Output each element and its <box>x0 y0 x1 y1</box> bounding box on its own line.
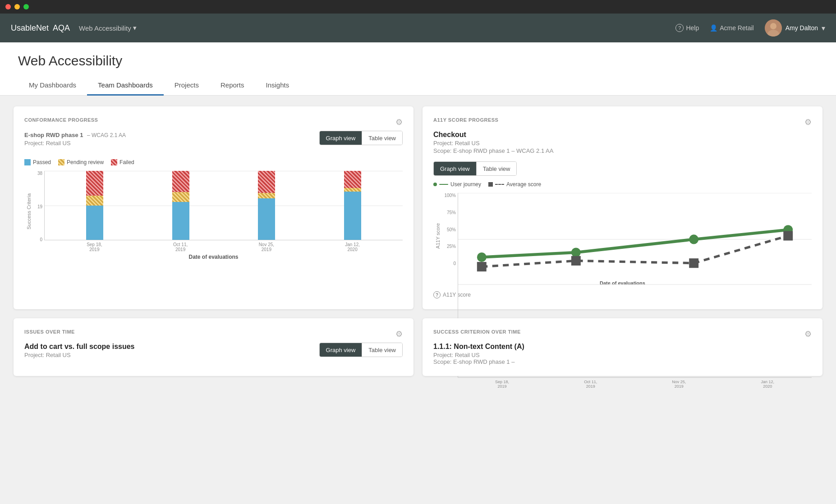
legend-passed: Passed <box>24 159 51 165</box>
issues-table-view-button[interactable]: Table view <box>362 343 402 357</box>
dashboard-cards: CONFORMANCE PROGRESS ⚙ E-shop RWD phase … <box>0 96 836 387</box>
avg-score-dashed <box>495 184 504 185</box>
svg-rect-12 <box>571 256 581 266</box>
issues-over-time-card: ISSUES OVER TIME ⚙ Add to cart vs. full … <box>14 318 413 376</box>
svg-point-7 <box>477 252 487 262</box>
tab-insights[interactable]: Insights <box>255 76 300 96</box>
a11y-score-card: A11Y SCORE PROGRESS ⚙ Checkout Project: … <box>423 106 822 309</box>
success-title: 1.1.1: Non-text Content (A) <box>433 343 812 351</box>
table-view-button[interactable]: Table view <box>362 131 402 145</box>
y-pct-25: 25% <box>447 244 456 249</box>
x-label-oct11: Oct 11,2019 <box>170 242 191 252</box>
svg-rect-13 <box>689 258 698 268</box>
user-menu[interactable]: Amy Dalton ▾ <box>765 19 825 37</box>
a11y-x-nov25: Nov 25,2019 <box>672 380 686 389</box>
success-subtitle: Project: Retail US <box>433 352 812 358</box>
a11y-x-oct11: Oct 11,2019 <box>584 380 597 389</box>
user-journey-dot <box>433 183 437 186</box>
a11y-gear-icon[interactable]: ⚙ <box>804 117 812 127</box>
success-criterion-card: SUCCESS CRITERION OVER TIME ⚙ 1.1.1: Non… <box>423 318 822 376</box>
chevron-down-icon: ▾ <box>822 24 825 32</box>
a11y-label: A11Y SCORE PROGRESS <box>433 117 498 123</box>
conformance-project-name: Project: Retail US <box>24 140 126 147</box>
conformance-project-title: E-shop RWD phase 1 – WCAG 2.1 AA <box>24 131 126 139</box>
y-label-19: 19 <box>37 204 42 209</box>
nav-right: ? Help 👤 Acme Retail Amy Dalton ▾ <box>675 19 825 37</box>
main-tabs: My Dashboards Team Dashboards Projects R… <box>18 76 818 95</box>
tab-team-dashboards[interactable]: Team Dashboards <box>87 76 164 96</box>
a11y-view-toggle: Graph view Table view <box>433 161 517 176</box>
product-dropdown[interactable]: Web Accessibility ▾ <box>79 24 137 32</box>
x-label-nov25: Nov 25,2019 <box>256 242 277 252</box>
a11y-graph-view-button[interactable]: Graph view <box>434 162 477 175</box>
failed-color <box>111 159 117 165</box>
issues-gear-icon[interactable]: ⚙ <box>395 329 403 339</box>
issues-subtitle: Project: Retail US <box>24 352 135 358</box>
a11y-project-title: Checkout <box>433 131 812 139</box>
person-icon: 👤 <box>710 24 717 32</box>
y-pct-0: 0 <box>453 261 456 266</box>
issues-label: ISSUES OVER TIME <box>24 329 75 334</box>
conformance-view-toggle: Graph view Table view <box>319 131 403 145</box>
a11y-y-axis-title: A11Y score <box>433 223 441 249</box>
bar-jan12 <box>342 171 363 240</box>
bar-nov25 <box>256 171 277 240</box>
chevron-down-icon: ▾ <box>133 24 137 32</box>
page-header: Web Accessibility My Dashboards Team Das… <box>0 42 836 96</box>
success-card-header: SUCCESS CRITERION OVER TIME ⚙ <box>433 329 812 339</box>
brand-logo[interactable]: UsableNet AQA <box>11 23 70 33</box>
a11y-x-jan12: Jan 12,2020 <box>761 380 774 389</box>
titlebar <box>0 0 836 14</box>
pending-color <box>58 159 64 165</box>
top-navigation: UsableNet AQA Web Accessibility ▾ ? Help… <box>0 14 836 42</box>
x-axis-title: Date of evaluations <box>24 254 403 260</box>
conformance-card-header: CONFORMANCE PROGRESS ⚙ <box>24 117 403 127</box>
tab-projects[interactable]: Projects <box>164 76 210 96</box>
company-selector[interactable]: 👤 Acme Retail <box>710 24 753 32</box>
conformance-label: CONFORMANCE PROGRESS <box>24 117 98 123</box>
bar-sep18 <box>84 171 106 240</box>
y-pct-75: 75% <box>447 210 456 215</box>
svg-point-1 <box>770 23 776 29</box>
maximize-button[interactable] <box>23 4 29 9</box>
tab-reports[interactable]: Reports <box>210 76 255 96</box>
minimize-button[interactable] <box>14 4 20 9</box>
user-name: Amy Dalton <box>785 24 818 32</box>
avg-score-sq <box>488 182 493 187</box>
conformance-gear-icon[interactable]: ⚙ <box>395 117 403 127</box>
conformance-legend: Passed Pending review Failed <box>24 159 403 165</box>
help-circle-icon: ? <box>675 24 684 32</box>
close-button[interactable] <box>5 4 11 9</box>
user-journey-line <box>439 184 448 185</box>
a11y-project-name: Project: Retail US <box>433 140 812 147</box>
bar-oct11 <box>170 171 192 240</box>
tab-my-dashboards[interactable]: My Dashboards <box>18 76 87 96</box>
a11y-table-view-button[interactable]: Table view <box>477 162 517 175</box>
svg-point-9 <box>689 234 698 244</box>
x-label-jan12: Jan 12,2020 <box>342 242 363 252</box>
conformance-progress-card: CONFORMANCE PROGRESS ⚙ E-shop RWD phase … <box>14 106 413 309</box>
bars-group <box>45 171 403 240</box>
issues-graph-view-button[interactable]: Graph view <box>320 343 363 357</box>
svg-rect-11 <box>477 262 487 271</box>
help-link[interactable]: ? Help <box>675 24 699 32</box>
issues-card-header: ISSUES OVER TIME ⚙ <box>24 329 403 339</box>
legend-failed: Failed <box>111 159 134 165</box>
info-icon: ? <box>433 291 441 298</box>
success-gear-icon[interactable]: ⚙ <box>804 329 812 339</box>
y-label-0: 0 <box>40 237 42 242</box>
nav-left: UsableNet AQA Web Accessibility ▾ <box>11 23 137 33</box>
passed-color <box>24 159 31 165</box>
y-pct-100: 100% <box>444 193 456 198</box>
svg-rect-14 <box>783 231 793 240</box>
a11y-card-header: A11Y SCORE PROGRESS ⚙ <box>433 117 812 127</box>
a11y-legend: User journey Average score <box>433 181 812 188</box>
legend-pending: Pending review <box>58 159 104 165</box>
graph-view-button[interactable]: Graph view <box>320 131 363 145</box>
issues-title: Add to cart vs. full scope issues <box>24 343 135 351</box>
bar-chart-plot <box>44 171 403 240</box>
legend-avg-score: Average score <box>488 181 541 188</box>
y-pct-50: 50% <box>447 227 456 232</box>
success-scope: Scope: E-shop RWD phase 1 – <box>433 358 812 365</box>
page-title: Web Accessibility <box>18 53 818 76</box>
